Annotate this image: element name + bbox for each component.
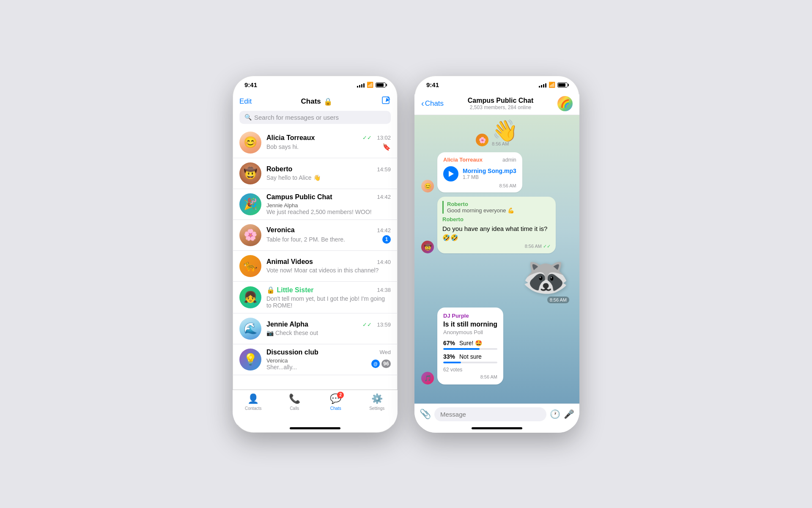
- poll-bar-fill-2: [443, 362, 461, 363]
- audio-sender-avatar: 😊: [421, 180, 434, 192]
- chat-item-campus[interactable]: 🎉 Campus Public Chat 14:42 Jennie Alpha …: [233, 189, 398, 220]
- tab-chats-active[interactable]: 💬 2 Chats: [315, 393, 357, 411]
- chat-top-row-roberto: Roberto 14:59: [266, 165, 391, 173]
- back-label: Chats: [425, 99, 444, 108]
- avatar-face-jennie: 🌊: [239, 318, 261, 340]
- avatar-face-animal: 🐆: [239, 255, 261, 277]
- right-signal-bars: [539, 82, 546, 88]
- chat-top-row-discussion: Discussion club Wed: [266, 349, 391, 356]
- settings-label: Settings: [369, 406, 384, 411]
- avatar-face-discussion: 💡: [239, 349, 261, 371]
- play-button[interactable]: [443, 166, 458, 181]
- back-button[interactable]: ‹ Chats: [421, 99, 444, 108]
- tab-settings[interactable]: ⚙️ Settings: [357, 393, 398, 411]
- mention-badge-discussion: @: [371, 360, 380, 368]
- chat-item-veronica[interactable]: 🌸 Veronica 14:42 Table for four, 2 PM. B…: [233, 220, 398, 251]
- chat-item-discussion[interactable]: 💡 Discussion club Wed Veronica Sher...al…: [233, 344, 398, 375]
- avatar-veronica: 🌸: [239, 224, 261, 246]
- sticker-picker-button[interactable]: 🕐: [550, 409, 560, 419]
- red-panda-sticker: 🦝: [522, 258, 569, 296]
- roberto-message-row: 🤠 Roberto Good morning everyone 💪 Robert…: [421, 197, 573, 253]
- campus-preview-text: We just reached 2,500 members! WOO!: [266, 209, 391, 215]
- avatar-face-alicia: 😊: [239, 132, 261, 154]
- chat-time-roberto: 14:59: [377, 166, 391, 173]
- search-icon: 🔍: [244, 114, 252, 121]
- chat-preview-discussion: Veronica Sher...ally...: [266, 357, 297, 371]
- contacts-icon: 👤: [247, 393, 259, 404]
- signal-bar-2: [359, 85, 360, 88]
- roberto-bubble: Roberto Good morning everyone 💪 Roberto …: [437, 197, 556, 253]
- chats-tab-label: Chats: [330, 406, 341, 411]
- chat-content-campus: Campus Public Chat 14:42 Jennie Alpha We…: [266, 193, 391, 215]
- right-signal-bar-2: [541, 85, 542, 88]
- roberto-sender-name: Roberto: [442, 216, 551, 222]
- chat-item-roberto[interactable]: 🤠 Roberto 14:59 Say hello to Alice 👋: [233, 158, 398, 189]
- roberto-quote-name: Roberto: [447, 201, 551, 207]
- wave-sender-avatar: 🌸: [476, 134, 488, 146]
- chat-nav-info: Campus Public Chat 2,503 members, 284 on…: [445, 97, 556, 110]
- chat-content-roberto: Roberto 14:59 Say hello to Alice 👋: [266, 165, 391, 181]
- chat-name-discussion: Discussion club: [266, 349, 318, 356]
- right-signal-bar-1: [539, 86, 540, 88]
- compose-button[interactable]: [381, 96, 391, 107]
- audio-message-row: 😊 Alicia Torreaux admin: [421, 152, 573, 192]
- poll-bar-bg-1: [443, 348, 497, 350]
- poll-option-row-2: 33% Not sure: [443, 353, 497, 360]
- chat-preview-veronica: Table for four, 2 PM. Be there.: [266, 236, 345, 243]
- discussion-badges: @ 96: [371, 360, 391, 368]
- audio-filename: Morning Song.mp3: [463, 168, 516, 174]
- chat-content-alicia: Alicia Torreaux ✓✓ 13:02 Bob says hi. 🔖: [266, 134, 391, 151]
- name-little-sister: Little Sister: [277, 286, 313, 294]
- right-time: 9:41: [426, 81, 439, 88]
- right-status-bar: 9:41 📶: [414, 76, 579, 94]
- chat-top-row-jennie: Jennie Alpha ✓✓ 13:59: [266, 321, 391, 328]
- right-signal-bar-4: [545, 83, 546, 88]
- chat-content-little-sister: 🔒 Little Sister 14:38 Don't tell mom yet…: [266, 286, 391, 309]
- chat-name-jennie: Jennie Alpha: [266, 321, 308, 328]
- right-signal-bar-3: [543, 84, 544, 88]
- chat-content-jennie: Jennie Alpha ✓✓ 13:59 📷 Check these out: [266, 321, 391, 336]
- chat-item-animal[interactable]: 🐆 Animal Videos 14:40 Vote now! Moar cat…: [233, 251, 398, 282]
- tab-calls[interactable]: 📞 Calls: [274, 393, 315, 411]
- chats-title-text: Chats: [301, 97, 321, 106]
- audio-size: 1.7 MB: [463, 174, 516, 180]
- avatar-campus: 🎉: [239, 193, 261, 215]
- roberto-message-text: Do you have any idea what time it is? 🤣🤣: [442, 224, 551, 242]
- message-input[interactable]: [434, 407, 546, 421]
- audio-bubble: Alicia Torreaux admin Morning Song.mp3 1…: [437, 152, 522, 192]
- chats-screen: Edit Chats 🔒 🔍 Search for messages or us…: [233, 94, 398, 433]
- attach-button[interactable]: 📎: [420, 409, 431, 420]
- avatar-jennie: 🌊: [239, 318, 261, 340]
- chat-preview-little-sister: Don't tell mom yet, but I got the job! I…: [266, 295, 391, 309]
- roberto-avatar: 🤠: [421, 241, 434, 253]
- right-wifi-icon: 📶: [549, 82, 555, 88]
- avatar-face-veronica: 🌸: [239, 224, 261, 246]
- tab-contacts[interactable]: 👤 Contacts: [233, 393, 274, 411]
- chat-bottom-row-alicia: Bob says hi. 🔖: [266, 143, 391, 151]
- chat-time-discussion: Wed: [380, 349, 391, 355]
- search-bar[interactable]: 🔍 Search for messages or users: [239, 111, 391, 124]
- chat-time-alicia: 13:02: [377, 135, 391, 141]
- poll-option-1: 67% Sure! 🤩: [443, 340, 497, 350]
- play-triangle-icon: [449, 171, 454, 177]
- poll-pct-1: 67%: [443, 340, 457, 346]
- roberto-time-text: 8:56 AM: [525, 244, 542, 249]
- signal-bar-3: [361, 84, 362, 88]
- poll-sender-name: DJ Purple: [443, 313, 497, 319]
- chats-header: Edit Chats 🔒: [233, 94, 398, 111]
- chat-item-little-sister[interactable]: 👧 🔒 Little Sister 14:38 Don't tell mom y…: [233, 282, 398, 313]
- chat-item-alicia[interactable]: 😊 Alicia Torreaux ✓✓ 13:02 Bob says hi.: [233, 127, 398, 158]
- chats-icon: 💬 2: [330, 393, 341, 404]
- home-indicator-left: [290, 427, 340, 429]
- edit-button[interactable]: Edit: [239, 97, 252, 106]
- chat-nav-members: 2,503 members, 284 online: [470, 104, 531, 110]
- chat-list: 😊 Alicia Torreaux ✓✓ 13:02 Bob says hi.: [233, 127, 398, 390]
- chat-top-row-veronica: Veronica 14:42: [266, 226, 391, 234]
- chat-nav-name: Campus Public Chat: [468, 97, 534, 104]
- roberto-quote: Roberto Good morning everyone 💪: [442, 201, 551, 214]
- audio-row: Morning Song.mp3 1.7 MB: [443, 166, 516, 181]
- chat-bottom-row-discussion: Veronica Sher...ally... @ 96: [266, 357, 391, 371]
- chat-nav-avatar[interactable]: 🌈: [557, 96, 573, 111]
- mic-button[interactable]: 🎤: [564, 409, 574, 419]
- chat-item-jennie[interactable]: 🌊 Jennie Alpha ✓✓ 13:59 📷 Check these ou…: [233, 313, 398, 344]
